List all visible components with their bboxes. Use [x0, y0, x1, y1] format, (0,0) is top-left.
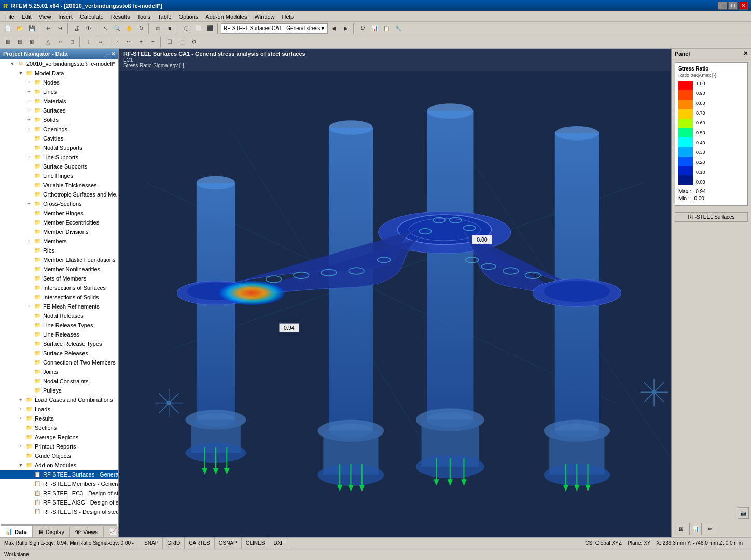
snap-toggle[interactable]: SNAP — [140, 538, 163, 549]
tb2-btn10[interactable]: ⋯ — [123, 36, 135, 48]
tree-nodalconstraints[interactable]: 📁 Nodal Constraints — [0, 376, 118, 386]
tree-intersurfaces[interactable]: 📁 Intersections of Surfaces — [0, 283, 118, 292]
select-btn[interactable]: ↖ — [100, 23, 111, 34]
menu-edit[interactable]: Edit — [19, 12, 35, 21]
zoom-btn[interactable]: 🔍 — [112, 23, 123, 34]
redo-btn[interactable]: ↪ — [54, 23, 66, 34]
tree-rfsteel-ec3[interactable]: 📋 RF-STEEL EC3 - Design of stee... — [0, 488, 118, 498]
next-btn[interactable]: ▶ — [340, 23, 352, 34]
tree-membernonlin[interactable]: 📁 Member Nonlinearities — [0, 264, 118, 274]
tree-surfaces[interactable]: + 📁 Surfaces — [0, 106, 118, 115]
new-btn[interactable]: 📄 — [2, 23, 13, 34]
grid-icon-btn[interactable]: ⊞ — [675, 523, 687, 535]
menu-help[interactable]: Help — [279, 12, 297, 21]
undo-btn[interactable]: ↩ — [43, 23, 54, 34]
wireframe-btn[interactable]: ▭ — [152, 23, 163, 34]
tree-rfsteel-aisc[interactable]: 📋 RF-STEEL AISC - Design of ste... — [0, 498, 118, 507]
model-view[interactable]: 0.94 0.00 — [119, 49, 671, 537]
tree-openings[interactable]: + 📁 Openings — [0, 124, 118, 134]
tree-ribs[interactable]: 📁 Ribs — [0, 246, 118, 255]
tree-loads[interactable]: + 📁 Loads — [0, 404, 118, 414]
tb2-btn14[interactable]: ⬚ — [176, 36, 187, 48]
prev-btn[interactable]: ◀ — [328, 23, 340, 34]
tb-btn-3[interactable]: 📋 — [381, 23, 392, 34]
menu-options[interactable]: Options — [175, 12, 201, 21]
tree-lines[interactable]: + 📁 Lines — [0, 87, 118, 96]
tree-loadcases[interactable]: + 📁 Load Cases and Combinations — [0, 395, 118, 404]
tb2-btn2[interactable]: ⊟ — [14, 36, 25, 48]
tree-results[interactable]: + 📁 Results — [0, 414, 118, 423]
tree-pulleys[interactable]: 📁 Pulleys — [0, 386, 118, 395]
panel-minimize[interactable]: — — [105, 51, 110, 57]
open-btn[interactable]: 📂 — [14, 23, 25, 34]
view-btn[interactable]: 👁 — [83, 23, 94, 34]
tree-varthick[interactable]: 📁 Variable Thicknesses — [0, 180, 118, 190]
settings-icon-btn[interactable]: ✏ — [704, 523, 716, 535]
glines-toggle[interactable]: GLINES — [242, 538, 270, 549]
tree-femeshrefinements[interactable]: + 📁 FE Mesh Refinements — [0, 302, 118, 311]
tree-linereleases[interactable]: 📁 Line Releases — [0, 330, 118, 339]
tree-memberhinges[interactable]: 📁 Member Hinges — [0, 208, 118, 218]
menu-table[interactable]: Table — [155, 12, 174, 21]
grid-toggle[interactable]: GRID — [163, 538, 185, 549]
tree-linehinges[interactable]: 📁 Line Hinges — [0, 171, 118, 180]
print-btn[interactable]: 🖨 — [71, 23, 82, 34]
tree-addon[interactable]: ▼ 📁 Add-on Modules — [0, 460, 118, 470]
tb2-btn12[interactable]: − — [147, 36, 159, 48]
tree-solids[interactable]: + 📁 Solids — [0, 115, 118, 124]
tree-root[interactable]: ▼ 🖥 20010_verbindungsstoß fe-modell* — [0, 59, 118, 68]
tree-members[interactable]: + 📁 Members — [0, 236, 118, 246]
tb2-btn5[interactable]: ○ — [54, 36, 66, 48]
tb2-btn1[interactable]: ⊞ — [2, 36, 13, 48]
menu-calculate[interactable]: Calculate — [77, 12, 107, 21]
tb2-btn11[interactable]: + — [135, 36, 147, 48]
tree-guideobjects[interactable]: 📁 Guide Objects — [0, 451, 118, 460]
tree-printout[interactable]: + 📁 Printout Reports — [0, 442, 118, 451]
tree-modeldata[interactable]: ▼ 📁 Model Data — [0, 68, 118, 78]
tab-views[interactable]: 👁 Views — [70, 526, 104, 537]
tree-memberelas[interactable]: 📁 Member Elastic Foundations — [0, 255, 118, 264]
maximize-button[interactable]: ☐ — [728, 2, 738, 10]
tree-surfacesupports[interactable]: 📁 Surface Supports — [0, 162, 118, 171]
tree-nodes[interactable]: + 📁 Nodes — [0, 78, 118, 87]
menu-addon[interactable]: Add-on Modules — [202, 12, 250, 21]
minimize-button[interactable]: — — [718, 2, 727, 10]
osnap-toggle[interactable]: OSNAP — [215, 538, 242, 549]
top-btn[interactable]: ⬛ — [204, 23, 216, 34]
menu-file[interactable]: File — [2, 12, 18, 21]
pan-btn[interactable]: ✋ — [123, 23, 135, 34]
tree-setsmembers[interactable]: 📁 Sets of Members — [0, 274, 118, 283]
tb2-btn6[interactable]: □ — [66, 36, 78, 48]
tree-materials[interactable]: + 📁 Materials — [0, 96, 118, 106]
tb-btn-4[interactable]: 🔧 — [393, 23, 404, 34]
rotate-btn[interactable]: ↻ — [135, 23, 147, 34]
isometric-btn[interactable]: ⬡ — [180, 23, 192, 34]
tree-surfacereleases[interactable]: 📁 Surface Releases — [0, 348, 118, 358]
menu-tools[interactable]: Tools — [134, 12, 154, 21]
module-dropdown[interactable]: RF-STEEL Surfaces CA1 - General stress ▼ — [221, 23, 328, 34]
dxf-toggle[interactable]: DXF — [269, 538, 288, 549]
close-button[interactable]: ✕ — [739, 2, 748, 10]
tab-data[interactable]: 📊 Data — [0, 526, 33, 537]
tree-joints[interactable]: 📁 Joints — [0, 367, 118, 376]
panel-close[interactable]: ✕ — [111, 51, 115, 57]
save-btn[interactable]: 💾 — [26, 23, 37, 34]
tree-rfsteel-is[interactable]: 📋 RF-STEEL IS - Design of steel r... — [0, 507, 118, 516]
tree-intersolids[interactable]: 📁 Intersections of Solids — [0, 292, 118, 302]
tree-ortho[interactable]: 📁 Orthotropic Surfaces and Me... — [0, 190, 118, 199]
tb2-btn3[interactable]: ⊠ — [26, 36, 37, 48]
tree-connectiontwomembers[interactable]: 📁 Connection of Two Members — [0, 358, 118, 367]
tree-memberdivisions[interactable]: 📁 Member Divisions — [0, 227, 118, 236]
cartes-toggle[interactable]: CARTES — [185, 538, 214, 549]
tree-surfacereleasetypes[interactable]: 📁 Surface Release Types — [0, 339, 118, 348]
menu-window[interactable]: Window — [251, 12, 277, 21]
tb2-btn15[interactable]: ⟲ — [188, 36, 199, 48]
solid-btn[interactable]: ■ — [164, 23, 175, 34]
viewport[interactable]: RF-STEEL Surfaces CA1 - General stress a… — [119, 49, 671, 537]
tree-rfsteel-surfaces[interactable]: 📋 RF-STEEL Surfaces - Genera... — [0, 470, 118, 479]
tb-btn-1[interactable]: ⚙ — [357, 23, 368, 34]
menu-view[interactable]: View — [36, 12, 54, 21]
panel-close-icon[interactable]: ✕ — [743, 50, 748, 57]
tree-cavities[interactable]: 📁 Cavities — [0, 134, 118, 143]
title-controls[interactable]: — ☐ ✕ — [718, 2, 748, 10]
